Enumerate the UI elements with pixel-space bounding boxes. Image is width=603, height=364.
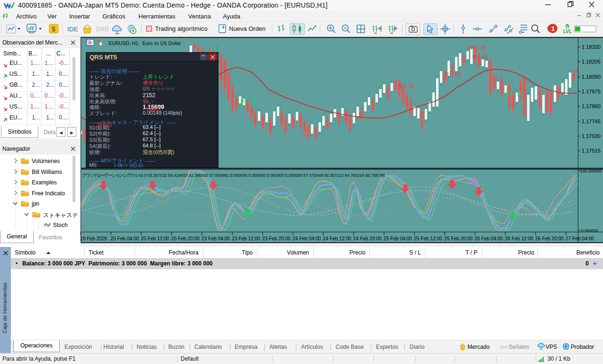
svg-text:23 Feb 04:00: 23 Feb 04:00 <box>201 236 230 241</box>
svg-text:24 Feb 04:00: 24 Feb 04:00 <box>292 236 321 241</box>
svg-text:売り [4]: 売り [4] <box>472 55 488 60</box>
svg-text:S売り [5]: S売り [5] <box>467 45 486 50</box>
svg-text:20 Feb 12:00: 20 Feb 12:00 <box>141 236 169 241</box>
svg-text:1.17630: 1.17630 <box>582 133 601 139</box>
svg-text:1.17975: 1.17975 <box>582 89 601 94</box>
svg-text:0.000000: 0.000000 <box>581 228 598 233</box>
svg-text:26 Feb 12:00: 26 Feb 12:00 <box>505 236 533 241</box>
svg-text:売: 売 <box>575 68 579 73</box>
svg-text:買い [4]: 買い [4] <box>506 91 522 96</box>
svg-text:売り [2]: 売り [2] <box>445 72 461 77</box>
svg-text:25 Feb 12:00: 25 Feb 12:00 <box>414 236 442 241</box>
svg-text:26 Feb 20:00: 26 Feb 20:00 <box>535 236 564 241</box>
svg-text:23 Feb 12:00: 23 Feb 12:00 <box>232 236 260 241</box>
svg-text:25 Feb 20:00: 25 Feb 20:00 <box>444 236 473 241</box>
svg-text:20 Feb 20:00: 20 Feb 20:00 <box>171 236 200 241</box>
svg-text:1.17745: 1.17745 <box>582 118 601 124</box>
svg-text:23 Feb 20:00: 23 Feb 20:00 <box>262 236 291 241</box>
svg-text:1.18090: 1.18090 <box>582 74 601 80</box>
svg-text:1.17515: 1.17515 <box>582 148 601 154</box>
svg-text:19 Feb 2026: 19 Feb 2026 <box>80 236 108 241</box>
svg-text:24 Feb 20:00: 24 Feb 20:00 <box>353 236 382 241</box>
svg-text:1.17860: 1.17860 <box>582 103 601 109</box>
svg-text:売り [2]: 売り [2] <box>398 83 414 89</box>
svg-text:買い [4]: 買い [4] <box>240 99 256 104</box>
svg-text:24 Feb 12:00: 24 Feb 12:00 <box>323 236 351 241</box>
svg-text:27 Feb 04:00: 27 Feb 04:00 <box>566 236 594 241</box>
svg-text:1.18205: 1.18205 <box>582 59 601 64</box>
svg-text:20 Feb 04:00: 20 Feb 04:00 <box>110 236 139 241</box>
svg-text:26 Feb 04:00: 26 Feb 04:00 <box>475 236 503 241</box>
svg-text:1.18320: 1.18320 <box>582 44 601 50</box>
svg-text:25 Feb 04:00: 25 Feb 04:00 <box>384 236 412 241</box>
